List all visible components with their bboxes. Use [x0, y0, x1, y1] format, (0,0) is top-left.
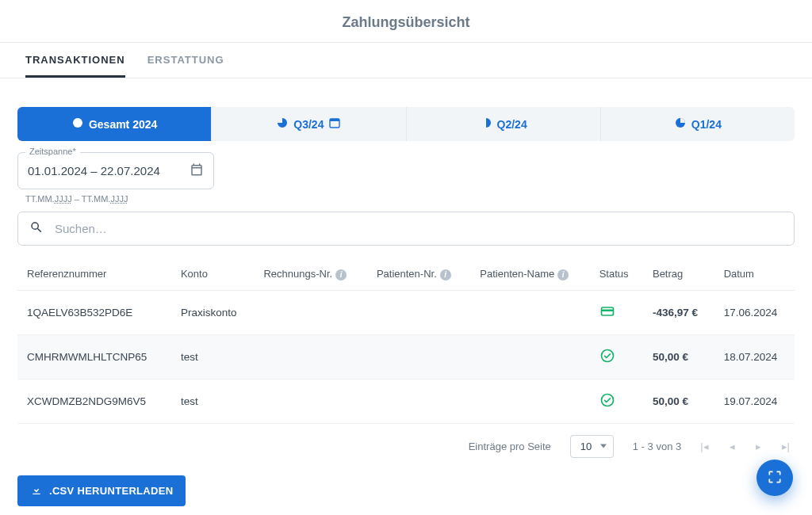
cell-ref: CMHRMWMLHLTCNP65: [17, 334, 171, 379]
daterange-hint: TT.MM.JJJJ – TT.MM.JJJJ: [25, 194, 795, 204]
pager-prev-icon[interactable]: ◂: [730, 441, 735, 452]
info-icon[interactable]: i: [557, 269, 569, 280]
tab-transaktionen[interactable]: TRANSAKTIONEN: [25, 43, 125, 78]
pager: Einträge pro Seite 10 1 - 3 von 3 |◂ ◂ ▸…: [17, 424, 795, 464]
period-label: Q3/24: [293, 118, 324, 131]
tab-bar: TRANSAKTIONEN ERSTATTUNG: [0, 42, 812, 78]
pie-half-icon: [480, 116, 492, 132]
svg-point-7: [601, 349, 613, 361]
circle-full-icon: [71, 116, 84, 132]
pager-first-icon[interactable]: |◂: [700, 441, 708, 452]
pager-range: 1 - 3 von 3: [633, 441, 681, 452]
cell-status: [590, 290, 643, 334]
table-row[interactable]: 1QAELV63B532PD6E Praxiskonto -436,97 € 1…: [17, 290, 795, 334]
pager-label: Einträge pro Seite: [469, 441, 551, 452]
col-date: Datum: [714, 257, 795, 290]
transactions-table: Referenznummer Konto Rechnungs-Nr.i Pati…: [17, 257, 795, 424]
col-patient-name: Patienten-Namei: [470, 257, 589, 290]
table-row[interactable]: CMHRMWMLHLTCNP65 test 50,00 € 18.07.2024: [17, 334, 795, 379]
tab-erstattung[interactable]: ERSTATTUNG: [147, 43, 224, 78]
cell-amount: -436,97 €: [643, 290, 714, 334]
cell-ref: XCWDMZB2NDG9M6V5: [17, 379, 171, 423]
svg-rect-2: [330, 119, 339, 121]
check-circle-icon: [599, 399, 615, 410]
page-size-select[interactable]: 10: [570, 435, 614, 458]
col-status: Status: [590, 257, 643, 290]
calendar-icon: [190, 162, 204, 179]
cell-patient-no: [367, 334, 470, 379]
cell-patient-no: [367, 290, 470, 334]
daterange-input[interactable]: 01.01.2024 – 22.07.2024: [17, 152, 214, 189]
calendar-icon: [328, 116, 341, 132]
period-tab-q1[interactable]: Q1/24: [600, 107, 795, 141]
period-bar: Gesamt 2024 Q3/24 Q2/24 Q1/24: [17, 107, 795, 141]
pie-three-quarter-icon: [276, 116, 289, 132]
cell-date: 18.07.2024: [714, 334, 795, 379]
col-account: Konto: [171, 257, 255, 290]
cell-status: [590, 334, 643, 379]
fullscreen-fab[interactable]: [756, 460, 793, 496]
cell-ref: 1QAELV63B532PD6E: [17, 290, 171, 334]
cell-account: Praxiskonto: [171, 290, 255, 334]
period-tab-q3[interactable]: Q3/24: [211, 107, 405, 141]
col-invoice: Rechnungs-Nr.i: [254, 257, 366, 290]
info-icon[interactable]: i: [335, 269, 347, 280]
cell-invoice: [254, 379, 366, 423]
search-input[interactable]: [55, 222, 783, 235]
download-icon: [30, 483, 43, 498]
period-tab-q2[interactable]: Q2/24: [406, 107, 600, 141]
card-icon: [599, 310, 615, 322]
cell-date: 19.07.2024: [714, 379, 795, 423]
pie-quarter-icon: [674, 116, 687, 132]
cell-account: test: [171, 379, 255, 423]
cell-account: test: [171, 334, 255, 379]
cell-patient-name: [470, 290, 589, 334]
cell-patient-name: [470, 379, 589, 423]
check-circle-icon: [599, 354, 615, 366]
csv-download-button[interactable]: .CSV HERUNTERLADEN: [17, 475, 186, 506]
period-label: Q2/24: [497, 118, 527, 131]
search-box[interactable]: [17, 212, 795, 246]
period-label: Gesamt 2024: [89, 118, 157, 131]
cell-amount: 50,00 €: [643, 334, 714, 379]
period-tab-gesamt[interactable]: Gesamt 2024: [17, 107, 211, 141]
pager-last-icon[interactable]: ▸|: [782, 441, 790, 452]
daterange-value: 01.01.2024 – 22.07.2024: [28, 164, 160, 177]
col-ref: Referenznummer: [17, 257, 171, 290]
cell-patient-no: [367, 379, 470, 423]
info-icon[interactable]: i: [440, 269, 451, 280]
search-icon: [29, 220, 44, 237]
svg-rect-6: [601, 309, 613, 311]
pager-next-icon[interactable]: ▸: [756, 441, 761, 452]
cell-amount: 50,00 €: [643, 379, 714, 423]
page-title: Zahlungsübersicht: [0, 0, 812, 42]
cell-date: 17.06.2024: [714, 290, 795, 334]
cell-invoice: [254, 290, 366, 334]
svg-point-8: [601, 394, 613, 406]
csv-label: .CSV HERUNTERLADEN: [49, 485, 173, 497]
cell-invoice: [254, 334, 366, 379]
cell-patient-name: [470, 334, 589, 379]
table-row[interactable]: XCWDMZB2NDG9M6V5 test 50,00 € 19.07.2024: [17, 379, 795, 423]
col-amount: Betrag: [643, 257, 714, 290]
svg-point-0: [73, 118, 82, 128]
col-patient-no: Patienten-Nr.i: [367, 257, 470, 290]
period-label: Q1/24: [691, 118, 722, 131]
cell-status: [590, 379, 643, 423]
daterange-label: Zeitspanne*: [25, 147, 80, 156]
fullscreen-icon: [767, 469, 783, 487]
